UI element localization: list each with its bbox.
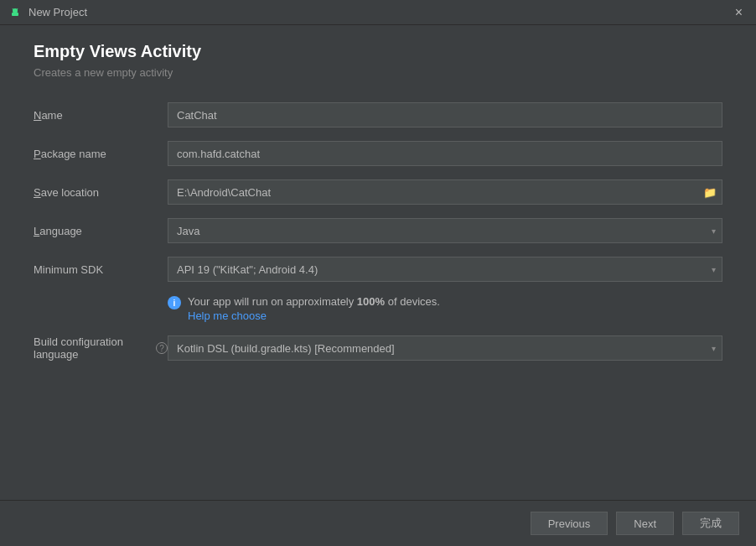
close-button[interactable]: ×: [730, 3, 748, 22]
package-name-row: Package name: [34, 141, 722, 166]
minimum-sdk-select[interactable]: API 19 ("KitKat"; Android 4.4) API 21 (A…: [168, 257, 722, 282]
name-row: Name: [34, 102, 722, 127]
svg-line-3: [17, 8, 18, 10]
name-input-wrapper: [168, 102, 722, 127]
language-row: Language Java Kotlin ▾: [34, 218, 722, 243]
device-coverage-text: Your app will run on approximately 100% …: [188, 295, 440, 322]
app-icon: [8, 6, 22, 19]
package-name-input-wrapper: [168, 141, 722, 166]
next-button[interactable]: Next: [616, 512, 674, 535]
minimum-sdk-row: Minimum SDK API 19 ("KitKat"; Android 4.…: [34, 257, 722, 282]
previous-button[interactable]: Previous: [531, 512, 608, 535]
device-coverage-info: i Your app will run on approximately 100…: [168, 295, 722, 322]
svg-rect-1: [12, 13, 18, 16]
name-input[interactable]: [168, 102, 722, 127]
build-config-dropdown-wrapper: Kotlin DSL (build.gradle.kts) [Recommend…: [168, 335, 722, 361]
folder-icon: 📁: [703, 186, 717, 199]
build-config-label-text: Build configuration language: [34, 335, 152, 361]
minimum-sdk-dropdown-wrapper: API 19 ("KitKat"; Android 4.4) API 21 (A…: [168, 257, 722, 282]
dialog-content: Empty Views Activity Creates a new empty…: [0, 25, 756, 500]
title-bar: New Project ×: [0, 0, 756, 25]
save-location-row: Save location 📁: [34, 179, 722, 205]
dialog-footer: Previous Next 完成: [0, 500, 756, 546]
save-location-wrapper: 📁: [168, 179, 722, 205]
save-location-input-group: 📁: [168, 179, 722, 205]
package-name-input[interactable]: [168, 141, 722, 166]
minimum-sdk-label: Minimum SDK: [34, 263, 168, 276]
language-select-wrapper: Java Kotlin ▾: [168, 218, 722, 243]
language-label-text: Language: [34, 225, 82, 237]
build-config-select-wrapper: Kotlin DSL (build.gradle.kts) [Recommend…: [168, 335, 722, 361]
build-config-select[interactable]: Kotlin DSL (build.gradle.kts) [Recommend…: [168, 335, 722, 361]
info-text-before: Your app will run on approximately: [188, 295, 357, 308]
info-icon: i: [168, 296, 181, 309]
build-config-label: Build configuration language ?: [34, 335, 168, 361]
language-label: Language: [34, 225, 168, 237]
build-config-row: Build configuration language ? Kotlin DS…: [34, 335, 722, 361]
language-select[interactable]: Java Kotlin: [168, 218, 722, 243]
save-location-input[interactable]: [168, 179, 697, 205]
svg-line-2: [13, 8, 13, 10]
save-location-label: Save location: [34, 186, 168, 199]
minimum-sdk-select-wrapper: API 19 ("KitKat"; Android 4.4) API 21 (A…: [168, 257, 722, 282]
build-config-help-icon[interactable]: ?: [156, 342, 168, 354]
name-label: Name: [34, 109, 168, 122]
info-text-after: of devices.: [385, 295, 440, 308]
package-name-label: Package name: [34, 148, 168, 160]
finish-button[interactable]: 完成: [682, 512, 739, 535]
minimum-sdk-label-text: Minimum SDK: [34, 263, 103, 276]
browse-folder-button[interactable]: 📁: [697, 179, 722, 205]
dialog-title: Empty Views Activity: [34, 42, 722, 61]
language-dropdown-wrapper: Java Kotlin ▾: [168, 218, 722, 243]
build-config-label-group: Build configuration language ?: [34, 335, 168, 361]
new-project-window: New Project × Empty Views Activity Creat…: [0, 0, 756, 546]
save-location-label-text: Save location: [34, 186, 99, 199]
title-bar-title: New Project: [28, 6, 730, 18]
package-name-label-text: Package name: [34, 148, 106, 160]
info-percent: 100%: [357, 295, 385, 308]
name-label-text: Name: [34, 109, 63, 122]
dialog-subtitle: Creates a new empty activity: [34, 66, 722, 79]
help-me-choose-link[interactable]: Help me choose: [188, 309, 440, 322]
